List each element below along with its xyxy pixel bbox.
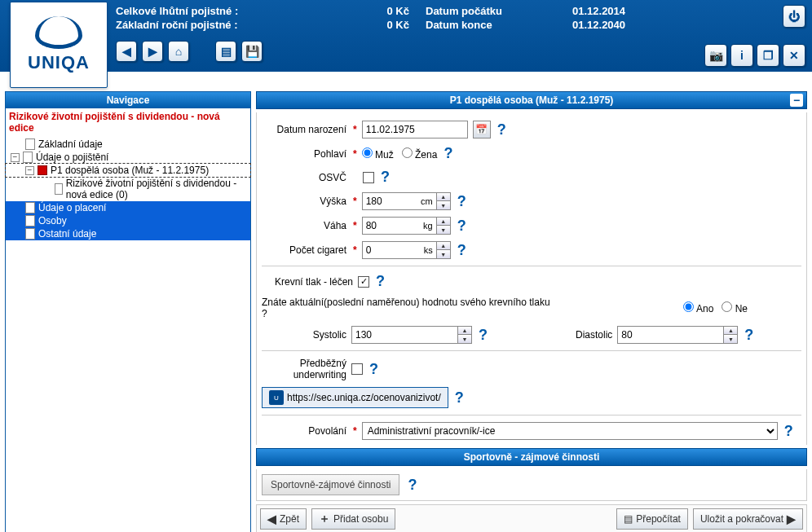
sports-title: Sportovně - zájmové činnosti: [464, 451, 600, 463]
bp-no-radio[interactable]: Ne: [722, 301, 748, 314]
row-bp-values: Systolic ▲▼ ? Diastolic ▲▼ ?: [262, 323, 801, 347]
info-button[interactable]: i: [730, 44, 753, 67]
nav-item-p1[interactable]: − P1 dospělá osoba (Muž - 11.2.1975): [6, 164, 250, 177]
help-icon[interactable]: ?: [496, 121, 508, 138]
copy-button[interactable]: ❐: [757, 44, 779, 67]
help-icon[interactable]: ?: [379, 169, 391, 186]
url-text: https://sec.uniqa.cz/ocenovanizivot/: [287, 392, 441, 403]
chevron-down-icon[interactable]: ▼: [437, 201, 450, 209]
collapse-icon[interactable]: −: [11, 153, 20, 162]
nav-item-insurance[interactable]: − Údaje o pojištění: [6, 151, 250, 164]
camera-button[interactable]: 📷: [704, 44, 727, 67]
row-url: U https://sec.uniqa.cz/ocenovanizivot/ ?: [262, 384, 801, 411]
pre-uw-checkbox[interactable]: [351, 363, 363, 375]
sex-female-label: Žena: [415, 149, 437, 160]
nav-item-basic[interactable]: Základní údaje: [6, 138, 250, 151]
systolic-stepper[interactable]: ▲▼: [457, 326, 472, 344]
dob-input[interactable]: [362, 121, 468, 138]
pricing-url-button[interactable]: U https://sec.uniqa.cz/ocenovanizivot/: [262, 387, 448, 408]
cig-input[interactable]: [362, 241, 439, 259]
nav-forward-button[interactable]: ▶: [142, 41, 163, 62]
row-occupation: Povolání * Administrativní pracovník/-ic…: [262, 419, 801, 443]
bottom-bar: ◀Zpět ＋Přidat osobu ▤Přepočítat Uložit a…: [256, 504, 807, 532]
weight-input[interactable]: [362, 217, 439, 235]
arrow-right-icon: ▶: [787, 512, 796, 525]
help-icon[interactable]: ?: [368, 361, 380, 378]
home-button[interactable]: ⌂: [168, 41, 189, 62]
recalc-button[interactable]: ▤Přepočítat: [616, 508, 688, 530]
help-icon[interactable]: ?: [783, 423, 795, 440]
help-icon[interactable]: ?: [456, 218, 468, 235]
chevron-down-icon[interactable]: ▼: [437, 250, 450, 258]
nav-item-payment[interactable]: Údaje o placení: [6, 201, 250, 214]
recalc-label: Přepočítat: [636, 513, 681, 525]
weight-stepper[interactable]: ▲▼: [436, 217, 451, 235]
close-button[interactable]: ✕: [783, 44, 805, 67]
chevron-up-icon[interactable]: ▲: [458, 327, 471, 335]
height-stepper[interactable]: ▲▼: [436, 192, 451, 210]
help-icon[interactable]: ?: [453, 389, 466, 407]
chevron-up-icon[interactable]: ▲: [437, 242, 450, 250]
sex-label: Pohlaví: [262, 148, 346, 160]
height-input[interactable]: [362, 192, 439, 210]
pre-uw-label: Předběžný underwriting: [262, 358, 346, 380]
nav-item-persons[interactable]: Osoby: [6, 214, 250, 227]
total-premium-label: Celkové lhůtní pojistné :: [116, 5, 263, 17]
document-icon: [25, 138, 35, 150]
sex-male-radio[interactable]: Muž: [362, 147, 394, 160]
collapse-section-button[interactable]: −: [790, 94, 803, 107]
required-icon: *: [351, 244, 357, 256]
required-icon: *: [351, 148, 357, 160]
bp-yes-radio[interactable]: Ano: [683, 301, 713, 314]
save-button[interactable]: 💾: [241, 41, 263, 62]
chevron-up-icon[interactable]: ▲: [437, 218, 450, 226]
divider: [262, 350, 801, 351]
help-icon[interactable]: ?: [456, 193, 468, 210]
app-header: UNIQA Celkové lhůtní pojistné : 0 Kč Dat…: [0, 0, 812, 72]
diastolic-stepper[interactable]: ▲▼: [723, 326, 738, 344]
systolic-input[interactable]: [351, 326, 457, 344]
sex-female-radio[interactable]: Žena: [402, 147, 438, 160]
chevron-down-icon[interactable]: ▼: [724, 335, 737, 343]
osvc-checkbox[interactable]: [363, 172, 374, 183]
calculator-button[interactable]: ▤: [215, 41, 236, 62]
nav-title: Navigace: [6, 92, 250, 108]
sports-button[interactable]: Sportovně-zájmové činnosti: [262, 474, 399, 495]
help-icon[interactable]: ?: [477, 327, 489, 344]
cig-stepper[interactable]: ▲▼: [436, 241, 451, 259]
collapse-icon[interactable]: −: [25, 166, 34, 175]
power-button[interactable]: ⏻: [783, 5, 805, 28]
nav-panel: Navigace Rizikové životní pojištění s di…: [5, 91, 251, 532]
bp-treated-checkbox[interactable]: ✓: [358, 276, 369, 288]
chevron-up-icon[interactable]: ▲: [724, 327, 737, 335]
nav-back-button[interactable]: ◀: [116, 41, 137, 62]
occupation-select[interactable]: Administrativní pracovník/-ice: [362, 422, 778, 440]
chevron-up-icon[interactable]: ▲: [437, 193, 450, 201]
help-icon[interactable]: ?: [442, 145, 454, 162]
help-icon[interactable]: ?: [406, 477, 418, 494]
annual-premium-label: Základní roční pojistné :: [116, 19, 263, 31]
calculator-icon: ▤: [624, 513, 633, 525]
end-date-label: Datum konce: [426, 19, 556, 31]
help-icon[interactable]: ?: [456, 242, 468, 259]
diastolic-input[interactable]: [617, 326, 723, 344]
row-sex: Pohlaví * Muž Žena ?: [262, 142, 801, 165]
nav-item-other[interactable]: Ostatní údaje: [6, 227, 250, 240]
header-toolbar: ◀ ▶ ⌂ ▤ 💾: [116, 41, 804, 62]
chevron-down-icon[interactable]: ▼: [437, 226, 450, 234]
help-icon[interactable]: ?: [743, 327, 755, 344]
calendar-icon[interactable]: 📅: [473, 121, 491, 138]
nav-item-p1-sub[interactable]: Rizikové životní pojištění s dividendou …: [6, 177, 250, 201]
add-person-button[interactable]: ＋Přidat osobu: [311, 508, 395, 530]
chevron-down-icon[interactable]: ▼: [458, 335, 471, 343]
sports-btn-label: Sportovně-zájmové činnosti: [271, 479, 391, 490]
uniqa-mini-icon: U: [269, 390, 284, 405]
save-continue-button[interactable]: Uložit a pokračovat▶: [693, 508, 803, 530]
nav-tree: Základní údaje − Údaje o pojištění − P1 …: [6, 136, 250, 245]
no-label: Ne: [735, 303, 748, 314]
help-icon[interactable]: ?: [374, 273, 386, 290]
content-panel: P1 dospělá osoba (Muž - 11.2.1975) − Dat…: [256, 91, 807, 532]
yes-label: Ano: [696, 303, 713, 314]
plus-icon: ＋: [319, 512, 330, 526]
back-button[interactable]: ◀Zpět: [260, 508, 307, 530]
